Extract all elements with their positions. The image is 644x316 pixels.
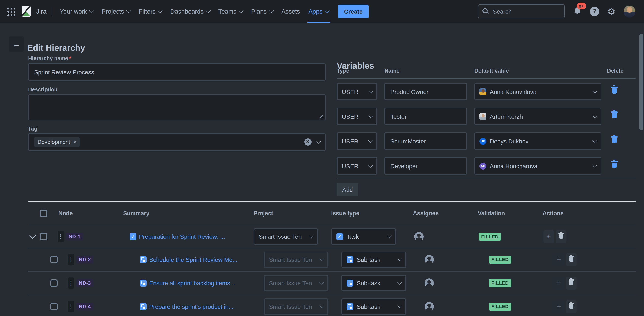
summary-link[interactable]: Preparation for Sprint Review: ...	[139, 233, 225, 240]
variables-col-type: Type	[337, 67, 349, 74]
table-col-node: Node	[58, 210, 73, 217]
issue-type-icon	[346, 303, 353, 310]
tag-chip-label: Development	[38, 139, 70, 145]
delete-variable-button[interactable]	[611, 162, 618, 170]
nav-item-assets[interactable]: Assets	[277, 0, 304, 23]
hierarchy-name-label: Hierarchy name*	[28, 56, 71, 62]
variable-default-value-select[interactable]: AH Anna Honcharova	[474, 157, 602, 175]
back-button[interactable]: ←	[8, 36, 24, 52]
nav-item-plans[interactable]: Plans	[247, 0, 277, 23]
assignee-avatar-button[interactable]	[424, 301, 434, 311]
summary-link[interactable]: Prepare the sprint's product in...	[149, 303, 234, 310]
chevron-down-icon	[387, 233, 392, 238]
row-checkbox[interactable]	[50, 279, 58, 286]
description-textarea[interactable]	[28, 94, 326, 120]
issue-type-select[interactable]: Sub-task	[342, 251, 406, 267]
project-select[interactable]: Smart Issue Ten	[254, 228, 318, 245]
notification-count-badge: 9+	[577, 3, 586, 9]
chevron-down-icon	[319, 303, 324, 308]
required-asterisk: *	[69, 56, 71, 62]
delete-node-button[interactable]	[556, 230, 566, 243]
chevron-down-icon	[368, 138, 373, 142]
issue-type-select[interactable]: Sub-task	[342, 298, 406, 314]
nav-item-filters[interactable]: Filters	[134, 0, 166, 23]
issue-type-icon	[346, 256, 353, 263]
delete-node-button[interactable]	[566, 300, 577, 313]
project-select[interactable]: Smart Issue Ten	[264, 275, 328, 291]
nav-item-apps[interactable]: Apps	[304, 0, 333, 23]
assignee-avatar-button[interactable]	[414, 231, 424, 242]
row-checkbox[interactable]	[50, 303, 58, 310]
project-select[interactable]: Smart Issue Ten	[264, 298, 328, 314]
user-avatar[interactable]	[624, 5, 636, 17]
add-variable-button[interactable]: Add	[337, 183, 358, 196]
table-row: ⋮ ND-1 Preparation for Sprint Review: ..…	[0, 225, 644, 248]
nav-item-projects[interactable]: Projects	[98, 0, 134, 23]
variable-name-input[interactable]	[384, 108, 467, 125]
variable-type-select[interactable]: USER	[337, 83, 377, 100]
nav-item-label: Dashboards	[170, 8, 204, 15]
remove-tag-icon[interactable]: ×	[73, 139, 76, 145]
delete-variable-button[interactable]	[611, 137, 618, 145]
select-all-checkbox[interactable]	[40, 210, 47, 217]
hierarchy-name-input[interactable]	[28, 63, 326, 81]
assignee-avatar-button[interactable]	[424, 278, 434, 288]
app-switcher-icon[interactable]	[7, 7, 15, 16]
add-child-node-button[interactable]: +	[554, 300, 564, 313]
project-select[interactable]: Smart Issue Ten	[264, 251, 328, 267]
assignee-avatar-button[interactable]	[424, 254, 434, 264]
table-row-content: ⋮ ND-2 Schedule the Sprint Review Me... …	[10, 248, 644, 271]
scrollbar-thumb[interactable]	[639, 34, 643, 130]
nav-item-label: Apps	[308, 8, 322, 15]
variable-default-value-select[interactable]: DD Denys Dukhov	[474, 132, 602, 150]
nav-item-dashboards[interactable]: Dashboards	[166, 0, 214, 23]
chevron-down-icon[interactable]	[316, 139, 320, 143]
notifications-button[interactable]: 9+	[573, 6, 582, 17]
project-select-value: Smart Issue Ten	[269, 279, 312, 286]
variable-type-select[interactable]: USER	[337, 108, 377, 125]
issue-type-select[interactable]: Sub-task	[342, 275, 406, 291]
variable-type-select[interactable]: USER	[337, 132, 377, 150]
variable-name-input[interactable]	[384, 83, 467, 100]
create-button[interactable]: Create	[338, 5, 369, 18]
nav-item-teams[interactable]: Teams	[214, 0, 247, 23]
nav-item-label: Your work	[60, 8, 87, 15]
variable-type-select[interactable]: USER	[337, 157, 377, 175]
row-divider	[28, 248, 636, 248]
summary-link[interactable]: Schedule the Sprint Review Me...	[149, 256, 238, 263]
delete-node-button[interactable]	[566, 253, 577, 266]
tag-multiselect[interactable]: Development × ×	[28, 133, 326, 151]
search-input[interactable]	[478, 4, 565, 18]
add-child-node-button[interactable]: +	[544, 230, 554, 243]
issue-type-select[interactable]: Task	[331, 228, 396, 245]
delete-node-button[interactable]	[566, 276, 577, 289]
chevron-down-icon	[592, 138, 597, 142]
chevron-down-icon	[126, 8, 131, 13]
variables-col-default: Default value	[474, 67, 509, 74]
drag-handle-icon[interactable]: ⋮	[68, 301, 74, 312]
add-child-node-button[interactable]: +	[554, 253, 564, 266]
help-icon[interactable]: ?	[590, 7, 599, 16]
row-checkbox[interactable]	[50, 256, 58, 263]
chevron-down-icon	[368, 88, 373, 93]
issue-type-icon	[346, 279, 353, 286]
delete-variable-button[interactable]	[611, 112, 618, 120]
gear-icon[interactable]: ⚙	[607, 7, 616, 16]
table-col-actions: Actions	[542, 210, 564, 217]
drag-handle-icon[interactable]: ⋮	[68, 277, 74, 289]
nav-item-your-work[interactable]: Your work	[56, 0, 98, 23]
drag-handle-icon[interactable]: ⋮	[68, 254, 74, 265]
delete-variable-button[interactable]	[611, 88, 618, 96]
nav-right-cluster: 9+ ? ⚙	[478, 4, 636, 18]
summary-link[interactable]: Ensure all sprint backlog items...	[149, 279, 235, 286]
jira-logo-broken-image-icon[interactable]	[22, 6, 31, 17]
variable-name-input[interactable]	[384, 132, 467, 150]
drag-handle-icon[interactable]: ⋮	[58, 231, 64, 242]
variable-default-value-select[interactable]: Artem Korzh	[474, 108, 602, 125]
clear-all-icon[interactable]: ×	[304, 138, 311, 146]
nav-menu: Your work Projects Filters Dashboards Te…	[56, 0, 333, 23]
add-child-node-button[interactable]: +	[554, 276, 564, 289]
variable-name-input[interactable]	[384, 157, 467, 175]
variable-default-value-select[interactable]: Anna Konovalova	[474, 83, 602, 100]
row-checkbox[interactable]	[40, 233, 47, 240]
